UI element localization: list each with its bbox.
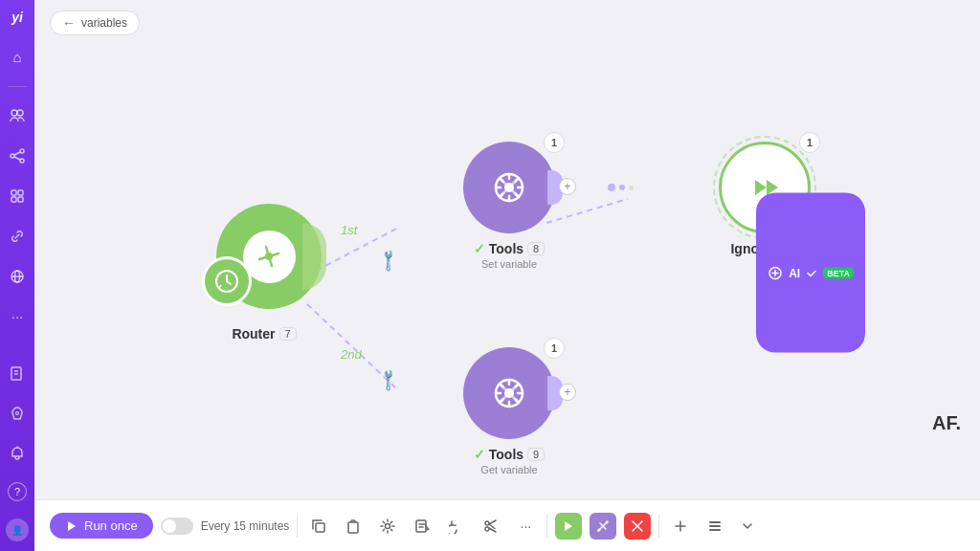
tools-purple-button[interactable] — [590, 513, 616, 540]
variables-button[interactable]: ← variables — [50, 11, 140, 35]
paste-button[interactable] — [340, 513, 367, 540]
route-label-2nd: 2nd — [341, 347, 362, 362]
sidebar-item-globe[interactable] — [6, 265, 29, 288]
undo-button[interactable] — [443, 513, 470, 540]
svg-point-17 — [16, 412, 19, 415]
svg-rect-34 — [416, 520, 426, 532]
toolbar: Run once Every 15 minutes — [34, 499, 980, 551]
route-label-1st: 1st — [341, 223, 357, 237]
copy-button[interactable] — [305, 513, 332, 540]
svg-point-39 — [606, 520, 609, 523]
svg-point-21 — [265, 253, 273, 260]
svg-marker-30 — [68, 521, 76, 531]
sidebar-item-link[interactable] — [6, 225, 29, 248]
svg-rect-40 — [709, 521, 721, 523]
sidebar-item-help[interactable]: ? — [8, 482, 27, 501]
sidebar-divider-1 — [8, 86, 27, 87]
tools2-plus-btn[interactable]: + — [559, 384, 576, 401]
svg-rect-32 — [348, 522, 358, 533]
tools1-name: Tools — [489, 241, 523, 256]
schedule-toggle[interactable] — [161, 518, 193, 535]
wrench-icon-1: 🔧 — [375, 248, 402, 275]
svg-point-0 — [11, 110, 17, 116]
svg-rect-8 — [18, 190, 23, 195]
app-logo: yi — [11, 10, 23, 25]
variables-label: variables — [81, 16, 127, 30]
svg-line-20 — [546, 199, 628, 223]
tools2-label: ✓ Tools 9 — [474, 447, 545, 462]
tools2-sublabel: Get variable — [480, 464, 537, 475]
svg-rect-7 — [11, 190, 16, 195]
workflow-canvas[interactable]: 1st 2nd 🔧 🔧 — [34, 46, 980, 499]
svg-rect-42 — [709, 529, 721, 531]
stop-red-button[interactable] — [624, 513, 651, 540]
separator-2 — [546, 515, 547, 538]
play-green-button[interactable] — [555, 513, 582, 540]
tools1-sublabel: Set variable — [481, 258, 537, 270]
svg-rect-9 — [11, 197, 16, 202]
svg-rect-10 — [18, 197, 23, 202]
router-badge: 7 — [279, 327, 297, 341]
separator-1 — [297, 515, 298, 538]
add-button[interactable] — [667, 513, 694, 540]
sidebar-item-share[interactable] — [6, 144, 29, 167]
svg-point-33 — [386, 523, 390, 528]
tools2-name: Tools — [489, 447, 523, 462]
scissors-button[interactable] — [478, 513, 504, 540]
tools2-count-badge: 1 — [544, 338, 565, 359]
tools2-check-icon: ✓ — [474, 447, 485, 462]
svg-point-1 — [17, 110, 23, 116]
router-label: Router 7 — [232, 326, 296, 342]
svg-line-5 — [14, 152, 20, 155]
list-button[interactable] — [702, 513, 728, 540]
tools1-plus-btn[interactable]: + — [559, 178, 576, 195]
sidebar-item-profile[interactable]: 👤 — [6, 518, 29, 541]
svg-point-4 — [20, 159, 24, 163]
svg-point-38 — [598, 528, 601, 531]
svg-point-2 — [20, 149, 24, 153]
router-node[interactable]: Router 7 — [202, 204, 326, 342]
ignore-count-badge: 1 — [799, 132, 820, 153]
separator-3 — [658, 515, 659, 538]
tools1-check-icon: ✓ — [474, 241, 485, 256]
run-once-label: Run once — [84, 518, 138, 533]
sidebar: yi ⌂ ··· ? 👤 — [0, 0, 34, 551]
run-once-button[interactable]: Run once — [50, 513, 153, 539]
sidebar-item-puzzle[interactable] — [6, 185, 29, 208]
note-button[interactable] — [409, 513, 435, 540]
tools1-connector-dots — [608, 184, 634, 191]
ai-label: AI — [789, 266, 800, 279]
sidebar-item-home[interactable]: ⌂ — [6, 46, 29, 69]
sidebar-item-users[interactable] — [6, 104, 29, 127]
schedule-toggle-container: Every 15 minutes — [161, 518, 290, 535]
sidebar-item-more[interactable]: ··· — [6, 305, 29, 328]
tools1-badge: 8 — [527, 242, 545, 255]
back-arrow-icon: ← — [62, 15, 76, 31]
sidebar-item-rocket[interactable] — [6, 402, 29, 425]
svg-marker-37 — [565, 521, 572, 531]
svg-rect-41 — [709, 525, 721, 527]
more-button[interactable]: ··· — [512, 513, 539, 540]
svg-rect-31 — [316, 523, 324, 532]
topbar: ← variables — [34, 0, 980, 46]
sidebar-item-book[interactable] — [6, 362, 29, 385]
tools-node-1[interactable]: 1 + ✓ Tools 8 Set variable — [463, 142, 555, 270]
wrench-icon-2: 🔧 — [375, 367, 402, 394]
tools1-count-badge: 1 — [544, 132, 565, 153]
main-content: ← variables 1st 2nd 🔧 🔧 — [34, 0, 980, 551]
ai-button[interactable]: AI BETA — [756, 193, 865, 353]
tools2-badge: 9 — [527, 448, 545, 461]
sidebar-item-bell[interactable] — [6, 442, 29, 465]
svg-line-6 — [14, 157, 20, 160]
svg-point-3 — [11, 154, 14, 158]
tools-node-2[interactable]: 1 + ✓ Tools 9 Get variable — [463, 347, 555, 475]
ai-badge: BETA — [823, 267, 854, 278]
collapse-button[interactable] — [736, 513, 763, 540]
schedule-label: Every 15 minutes — [201, 519, 290, 533]
settings-button[interactable] — [374, 513, 401, 540]
af-watermark: AF. — [932, 412, 961, 434]
router-name: Router — [232, 326, 275, 342]
tools1-label: ✓ Tools 8 — [474, 241, 545, 256]
